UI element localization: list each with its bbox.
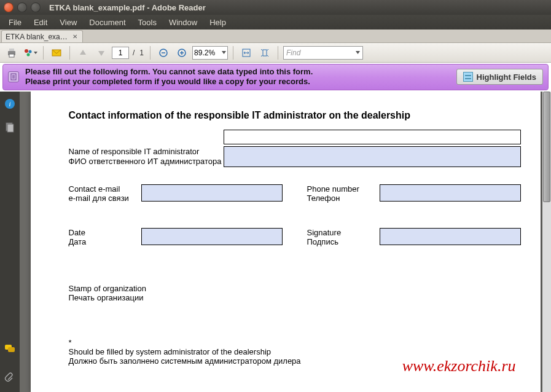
fit-page-button[interactable]	[257, 45, 273, 61]
fit-page-icon	[259, 47, 270, 58]
find-input[interactable]: Find	[283, 46, 363, 60]
next-page-button[interactable]	[93, 45, 109, 61]
phone-label-en: Phone number	[307, 184, 369, 194]
dropdown-icon	[34, 51, 37, 55]
menu-file[interactable]: File	[2, 16, 28, 29]
page-viewport[interactable]: Contact information of the responsible I…	[20, 92, 551, 393]
pdf-page: Contact information of the responsible I…	[31, 92, 541, 393]
phone-label-ru: Телефон	[307, 194, 369, 203]
window-title: ETKA blank_example.pdf - Adobe Reader	[49, 3, 206, 12]
menu-view[interactable]: View	[53, 16, 83, 29]
plus-icon	[177, 48, 187, 58]
svg-rect-21	[7, 124, 14, 132]
zoom-select[interactable]: 89.2%	[192, 46, 228, 60]
svg-text:i: i	[9, 100, 10, 108]
name-label-en: Name of responsible IT administrator	[69, 147, 224, 157]
window-maximize-button[interactable]	[31, 2, 41, 12]
minus-icon	[158, 48, 168, 58]
footnote-en: Should be filled by system administrator…	[69, 347, 521, 356]
form-info-icon	[8, 71, 19, 82]
side-attachments-button[interactable]	[4, 372, 16, 384]
menu-window[interactable]: Window	[163, 16, 203, 29]
window-minimize-button[interactable]	[17, 2, 27, 12]
page-separator: /	[131, 49, 136, 57]
stamp-en: Stamp of organization	[69, 284, 521, 293]
svg-point-5	[27, 53, 30, 56]
form-notify-bar: Please fill out the following form. You …	[2, 64, 549, 90]
svg-point-3	[25, 49, 28, 53]
toolbar-separator	[43, 46, 44, 60]
document-tab[interactable]: ETKA blank_exa… ✕	[1, 30, 83, 42]
up-arrow-icon	[79, 49, 87, 57]
toolbar-separator	[150, 46, 150, 60]
down-arrow-icon	[97, 49, 106, 57]
highlight-icon	[463, 72, 473, 82]
side-panel: i	[0, 92, 20, 393]
side-info-button[interactable]: i	[4, 98, 16, 110]
doc-heading: Contact information of the responsible I…	[69, 110, 521, 121]
people-icon	[23, 47, 34, 58]
svg-point-4	[29, 50, 32, 53]
comments-icon	[4, 343, 15, 354]
phone-label-block: Phone number Телефон	[307, 184, 369, 203]
field-date[interactable]	[141, 228, 283, 245]
zoom-out-button[interactable]	[155, 45, 171, 61]
fit-width-button[interactable]	[238, 45, 254, 61]
vertical-scrollbar[interactable]	[542, 92, 551, 393]
notify-line-2: Please print your completed form if you …	[25, 77, 450, 87]
pages-icon	[4, 122, 15, 133]
email-label-block: Contact e-mail e-mail для связи	[69, 184, 130, 203]
name-label-ru: ФИО ответственного ИТ администратора	[69, 157, 224, 167]
field-email[interactable]	[141, 184, 283, 202]
toolbar-separator	[233, 46, 233, 60]
find-placeholder: Find	[286, 49, 300, 57]
envelope-icon	[51, 47, 62, 58]
side-pages-button[interactable]	[4, 121, 16, 133]
highlight-label: Highlight Fields	[477, 73, 537, 82]
zoom-value: 89.2%	[194, 49, 215, 57]
menu-help[interactable]: Help	[203, 16, 232, 29]
date-label-block: Date Дата	[69, 228, 130, 247]
tab-close-icon[interactable]: ✕	[71, 33, 79, 41]
side-comments-button[interactable]	[4, 342, 16, 355]
field-signature[interactable]	[380, 228, 521, 245]
paperclip-icon	[4, 372, 15, 383]
notify-text: Please fill out the following form. You …	[25, 67, 450, 87]
name-label-block: Name of responsible IT administrator ФИО…	[69, 147, 224, 166]
print-button[interactable]	[4, 45, 20, 61]
menu-edit[interactable]: Edit	[28, 16, 53, 29]
signature-label-ru: Подпись	[307, 237, 369, 247]
field-unnamed-top[interactable]	[224, 130, 521, 144]
menu-tools[interactable]: Tools	[132, 16, 163, 29]
toolbar-separator	[278, 46, 278, 60]
stamp-ru: Печать организации	[69, 293, 521, 302]
tab-label: ETKA blank_exa…	[6, 33, 68, 41]
fit-width-icon	[241, 47, 252, 58]
window-close-button[interactable]	[4, 2, 14, 12]
field-name[interactable]	[224, 146, 521, 167]
highlight-fields-button[interactable]: Highlight Fields	[456, 69, 544, 85]
date-label-ru: Дата	[69, 237, 130, 247]
page-number-input[interactable]	[112, 47, 129, 59]
notify-line-1: Please fill out the following form. You …	[25, 67, 450, 77]
collaborate-button[interactable]	[22, 45, 38, 61]
date-label-en: Date	[69, 228, 130, 238]
watermark-text: www.ekzorchik.ru	[402, 357, 516, 375]
zoom-in-button[interactable]	[174, 45, 190, 61]
email-button[interactable]	[49, 45, 64, 61]
toolbar-separator	[69, 46, 70, 60]
titlebar: ETKA blank_example.pdf - Adobe Reader	[0, 0, 551, 15]
svg-rect-1	[9, 49, 14, 51]
stamp-section: Stamp of organization Печать организации	[69, 284, 521, 302]
page-total: 1	[138, 49, 145, 57]
menu-document[interactable]: Document	[83, 16, 131, 29]
scrollbar-thumb[interactable]	[543, 92, 550, 202]
info-icon: i	[4, 98, 15, 109]
svg-rect-13	[263, 50, 267, 56]
field-phone[interactable]	[380, 184, 521, 202]
email-label-ru: e-mail для связи	[69, 194, 130, 203]
tabbar: ETKA blank_exa… ✕	[0, 29, 551, 43]
email-label-en: Contact e-mail	[69, 184, 130, 194]
footnote-asterisk: *	[69, 338, 521, 347]
prev-page-button[interactable]	[75, 45, 91, 61]
